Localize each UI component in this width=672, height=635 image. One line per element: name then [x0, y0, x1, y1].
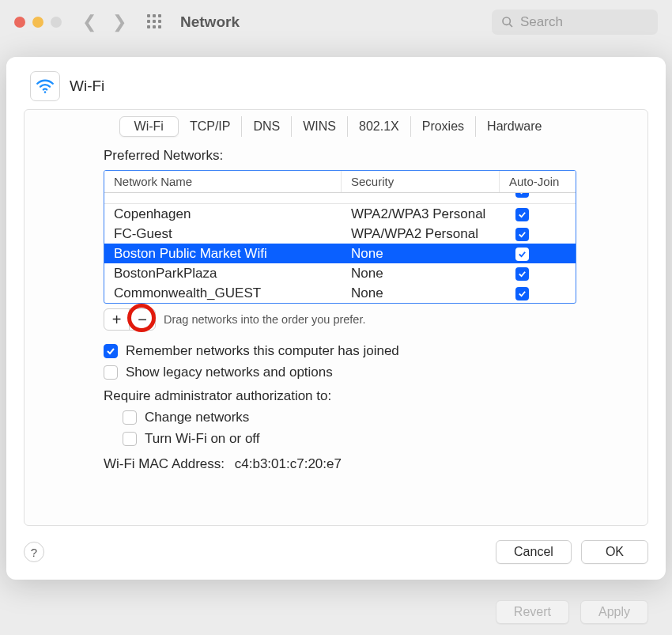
- require-admin-label: Require administrator authorization to:: [104, 388, 576, 404]
- table-row[interactable]: Boston Public Market Wifi None: [104, 244, 576, 263]
- cell-security: [342, 193, 500, 199]
- cell-security: WPA2/WPA3 Personal: [342, 206, 500, 223]
- table-row[interactable]: Copenhagen WPA2/WPA3 Personal: [104, 204, 576, 224]
- svg-point-2: [44, 91, 47, 93]
- mac-address-label: Wi-Fi MAC Address:: [104, 456, 225, 471]
- add-network-button[interactable]: +: [104, 309, 130, 330]
- col-autojoin[interactable]: Auto-Join: [500, 171, 576, 192]
- cell-autojoin: [500, 245, 576, 263]
- sheet-title: Wi-Fi: [70, 77, 104, 95]
- preferred-networks-table[interactable]: Network Name Security Auto-Join Copenhag…: [104, 170, 576, 304]
- cell-name: Copenhagen: [104, 206, 342, 223]
- table-row[interactable]: Commonwealth_GUEST None: [104, 283, 576, 303]
- cell-security: None: [342, 265, 500, 282]
- cell-security: WPA/WPA2 Personal: [342, 225, 500, 243]
- autojoin-checkbox[interactable]: [515, 267, 529, 281]
- change-networks-row: Change networks: [123, 410, 576, 425]
- remove-network-button[interactable]: −: [130, 309, 155, 330]
- col-security[interactable]: Security: [342, 171, 500, 192]
- cell-autojoin: [500, 193, 576, 199]
- wifi-settings-sheet: Wi-Fi Wi-Fi TCP/IP DNS WINS 802.1X Proxi…: [6, 57, 666, 580]
- tab-bar: Wi-Fi TCP/IP DNS WINS 802.1X Proxies Har…: [119, 116, 553, 137]
- mac-address-row: Wi-Fi MAC Address: c4:b3:01:c7:20:e7: [104, 456, 576, 472]
- autojoin-checkbox[interactable]: [515, 208, 529, 221]
- body-inner: Preferred Networks: Network Name Securit…: [25, 148, 647, 472]
- cell-autojoin: [500, 285, 576, 302]
- cell-autojoin: [500, 225, 576, 243]
- autojoin-checkbox[interactable]: [515, 228, 529, 241]
- ok-button[interactable]: OK: [581, 540, 648, 564]
- add-remove-group: + −: [104, 308, 156, 331]
- preferred-networks-label: Preferred Networks:: [104, 148, 576, 164]
- tab-8021x[interactable]: 802.1X: [348, 116, 411, 137]
- minimize-window-button[interactable]: [32, 17, 43, 28]
- autojoin-checkbox[interactable]: [515, 193, 529, 198]
- cell-name: [104, 193, 342, 199]
- help-button[interactable]: ?: [24, 542, 44, 562]
- search-input[interactable]: Search: [492, 9, 658, 35]
- svg-line-1: [509, 24, 512, 27]
- remember-networks-label: Remember networks this computer has join…: [126, 343, 399, 359]
- sheet-footer: ? Cancel OK: [24, 526, 648, 564]
- close-window-button[interactable]: [14, 17, 25, 28]
- tab-wins[interactable]: WINS: [292, 116, 348, 137]
- table-row[interactable]: [104, 193, 576, 204]
- wifi-icon: [30, 71, 60, 101]
- cell-autojoin: [500, 265, 576, 282]
- table-row[interactable]: FC-Guest WPA/WPA2 Personal: [104, 224, 576, 244]
- show-all-icon[interactable]: [147, 14, 163, 30]
- legacy-networks-checkbox[interactable]: [104, 365, 118, 380]
- window-toolbar: ❮ ❯ Network Search: [0, 0, 672, 44]
- cell-name: Boston Public Market Wifi: [104, 245, 342, 263]
- cell-name: BostonParkPlaza: [104, 265, 342, 282]
- content-box: Wi-Fi TCP/IP DNS WINS 802.1X Proxies Har…: [24, 109, 648, 526]
- remember-networks-row: Remember networks this computer has join…: [104, 343, 576, 359]
- tab-hardware[interactable]: Hardware: [476, 116, 553, 137]
- window-footer: Revert Apply: [496, 600, 648, 624]
- tab-dns[interactable]: DNS: [242, 116, 292, 137]
- cell-security: None: [342, 245, 500, 263]
- table-header: Network Name Security Auto-Join: [104, 171, 576, 193]
- turn-wifi-label: Turn Wi-Fi on or off: [145, 431, 259, 447]
- svg-point-0: [503, 17, 510, 25]
- tab-tcpip[interactable]: TCP/IP: [179, 116, 243, 137]
- sheet-header: Wi-Fi: [24, 71, 648, 101]
- traffic-lights: [14, 17, 62, 28]
- tab-wifi[interactable]: Wi-Fi: [119, 116, 179, 137]
- autojoin-checkbox[interactable]: [515, 248, 529, 261]
- cell-autojoin: [500, 206, 576, 223]
- col-network-name[interactable]: Network Name: [104, 171, 342, 192]
- turn-wifi-checkbox[interactable]: [123, 432, 137, 446]
- autojoin-checkbox[interactable]: [515, 287, 529, 300]
- table-row[interactable]: BostonParkPlaza None: [104, 263, 576, 283]
- legacy-networks-row: Show legacy networks and options: [104, 365, 576, 380]
- window-title: Network: [180, 13, 240, 31]
- forward-button[interactable]: ❯: [109, 12, 130, 32]
- apply-button[interactable]: Apply: [580, 600, 648, 624]
- remember-networks-checkbox[interactable]: [104, 344, 118, 358]
- tab-proxies[interactable]: Proxies: [411, 116, 476, 137]
- zoom-window-button[interactable]: [51, 17, 62, 28]
- cell-name: Commonwealth_GUEST: [104, 285, 342, 302]
- revert-button[interactable]: Revert: [496, 600, 569, 624]
- mac-address-value: c4:b3:01:c7:20:e7: [235, 456, 342, 471]
- search-icon: [501, 16, 514, 28]
- legacy-networks-label: Show legacy networks and options: [126, 365, 333, 380]
- turn-wifi-row: Turn Wi-Fi on or off: [123, 431, 576, 447]
- drag-hint: Drag networks into the order you prefer.: [164, 313, 366, 326]
- change-networks-label: Change networks: [145, 410, 249, 425]
- cell-name: FC-Guest: [104, 225, 342, 243]
- back-button[interactable]: ❮: [79, 12, 100, 32]
- cancel-button[interactable]: Cancel: [496, 540, 572, 564]
- change-networks-checkbox[interactable]: [123, 410, 137, 425]
- search-placeholder: Search: [520, 14, 563, 30]
- add-remove-row: + − Drag networks into the order you pre…: [104, 308, 576, 331]
- cell-security: None: [342, 285, 500, 302]
